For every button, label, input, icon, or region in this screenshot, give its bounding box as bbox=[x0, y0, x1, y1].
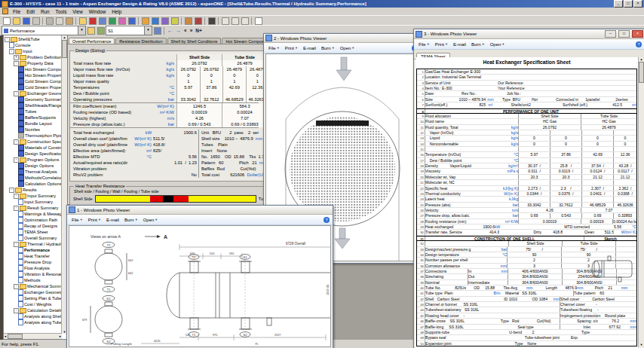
case-selector-combo[interactable]: S1 ▼ bbox=[106, 26, 152, 35]
nav-[interactable]: « bbox=[182, 28, 189, 33]
tree-item-results[interactable]: -Results bbox=[4, 187, 62, 193]
maximize-button[interactable]: □ bbox=[624, 0, 633, 8]
tree-item-materials-of-construc[interactable]: Materials of Construc bbox=[4, 145, 62, 151]
menu-edit[interactable]: Edit bbox=[23, 9, 38, 14]
plot-icon[interactable] bbox=[118, 17, 127, 26]
tree-expander-icon[interactable]: - bbox=[14, 194, 19, 199]
nav-[interactable]: ← bbox=[166, 28, 174, 33]
title-bar[interactable]: 2 - Windows Photo Viewer bbox=[264, 34, 421, 43]
photo-viewer-1-window[interactable]: 1 - Windows Photo Viewer File▼Print▼E-ma… bbox=[66, 205, 333, 348]
tree-item-tubes[interactable]: Tubes bbox=[4, 108, 62, 114]
tree-item-property-data[interactable]: -Property Data bbox=[4, 60, 62, 66]
menu-view[interactable]: View bbox=[69, 9, 86, 14]
tree-item-setting-plan-tubes[interactable]: Setting Plan & Tubes bbox=[4, 295, 62, 301]
tree-expander-icon[interactable]: + bbox=[14, 55, 19, 60]
viewer-menu-open[interactable]: Open▼ bbox=[142, 218, 160, 222]
tab-shell-by-shell-conditions[interactable]: Shell by Shell Conditions bbox=[167, 38, 222, 44]
menu-help[interactable]: Help bbox=[109, 9, 124, 14]
new-icon[interactable] bbox=[2, 17, 11, 26]
tree-expander-icon[interactable]: - bbox=[14, 308, 19, 313]
tree-expander-icon[interactable]: - bbox=[14, 61, 19, 66]
copy-icon[interactable] bbox=[55, 17, 64, 26]
menu-file[interactable]: File bbox=[10, 9, 23, 14]
chevron-down-icon[interactable]: ▼ bbox=[144, 26, 152, 35]
viewer-menu-file[interactable]: File▼ bbox=[417, 42, 431, 47]
mdi-child-icon[interactable] bbox=[2, 8, 8, 14]
tree-item-baffles-supports[interactable]: Baffles/Supports bbox=[4, 114, 62, 121]
tree-expander-icon[interactable]: - bbox=[14, 157, 19, 163]
run-icon[interactable] bbox=[78, 17, 87, 26]
tree-item-vibration-resonan[interactable]: Vibration & Resonan bbox=[4, 271, 62, 277]
tree-item-tema-sheet[interactable]: TEMA Sheet bbox=[4, 229, 62, 235]
help-icon[interactable]: ? bbox=[636, 41, 642, 47]
tree-item-analysis-along-shell[interactable]: Analysis along Shell bbox=[4, 313, 62, 319]
context-help-icon[interactable] bbox=[254, 17, 263, 26]
help-icon[interactable]: ? bbox=[324, 217, 330, 223]
units-icon[interactable] bbox=[170, 17, 179, 26]
tree-item-cold-stream-properti[interactable]: Cold Stream Properti bbox=[4, 84, 62, 90]
tree-item-nozzles[interactable]: Nozzles bbox=[4, 127, 62, 133]
minimize-button[interactable]: _ bbox=[614, 0, 623, 8]
tree-item-calculation-options[interactable]: Calculation Options bbox=[4, 181, 62, 187]
tree-expander-icon[interactable]: - bbox=[14, 139, 19, 145]
zoom-out-icon[interactable] bbox=[231, 17, 240, 26]
tree-expander-icon[interactable]: - bbox=[9, 188, 14, 193]
close-button[interactable]: × bbox=[633, 0, 642, 8]
tree-item-thermal-analysis[interactable]: Thermal Analysis bbox=[4, 169, 62, 175]
save-icon[interactable] bbox=[22, 17, 31, 26]
stop-icon[interactable] bbox=[88, 17, 97, 26]
tree-item-analysis-along-tubes[interactable]: Analysis along Tubes bbox=[4, 319, 62, 325]
viewer-menu-file[interactable]: File▼ bbox=[70, 218, 84, 222]
title-bar[interactable]: 1 - Windows Photo Viewer bbox=[67, 206, 333, 215]
viewer-menu-print[interactable]: Print▼ bbox=[284, 46, 299, 50]
tree-expander-icon[interactable]: - bbox=[14, 242, 19, 247]
tree-item-methods[interactable]: Methods bbox=[4, 277, 62, 283]
sheet-vertical-scrollbar[interactable]: ▲▼ bbox=[638, 57, 644, 347]
viewer-menu-e-mail[interactable]: E-mail bbox=[302, 46, 317, 50]
photo-viewer-3-window[interactable]: 3 - Windows Photo Viewer – □ × File▼Prin… bbox=[413, 29, 644, 348]
tree-item-hot-stream-composit[interactable]: Hot Stream Composit bbox=[4, 66, 62, 72]
tree-item-mechanical-summary[interactable]: -Mechanical Summary bbox=[4, 283, 62, 289]
tree-item-hot-stream-properti[interactable]: Hot Stream Properti bbox=[4, 72, 62, 78]
tree-item-overall-summary[interactable]: Overall Summary bbox=[4, 235, 62, 241]
viewer-menu-e-mail[interactable]: E-mail bbox=[105, 218, 121, 222]
tree-item-program-options[interactable]: -Program Options bbox=[4, 157, 62, 163]
tree-item-bundle-layout[interactable]: Bundle Layout bbox=[4, 121, 62, 127]
tree-horizontal-scrollbar[interactable]: ◄► bbox=[4, 333, 62, 339]
chevron-down-icon[interactable]: ▼ bbox=[78, 26, 85, 35]
menu-run[interactable]: Run bbox=[38, 9, 53, 14]
table-icon[interactable] bbox=[127, 17, 136, 26]
print-icon[interactable] bbox=[32, 17, 41, 26]
tree-item-input-summary[interactable]: -Input Summary bbox=[4, 193, 62, 199]
tree-item-result-summary[interactable]: -Result Summary bbox=[4, 205, 62, 211]
refresh-icon[interactable] bbox=[97, 26, 106, 35]
close-button[interactable]: × bbox=[632, 30, 643, 38]
cut-icon[interactable] bbox=[45, 17, 54, 26]
tree-item-thermal-hydraulic-sum[interactable]: -Thermal / Hydraulic Sum bbox=[4, 241, 62, 247]
tree-item-pressure-drop[interactable]: Pressure Drop bbox=[4, 259, 62, 265]
tree-item-cold-stream-compos[interactable]: Cold Stream Compos bbox=[4, 78, 62, 84]
tree-item-heat-transfer[interactable]: Heat Transfer bbox=[4, 253, 62, 259]
tree-item-performance[interactable]: Performance bbox=[4, 247, 62, 253]
paste-icon[interactable] bbox=[65, 17, 74, 26]
tree-item-input-summary[interactable]: Input Summary bbox=[4, 199, 62, 205]
tree-item-exchanger-geometry[interactable]: Exchanger Geometry bbox=[4, 289, 62, 295]
tree-item-methods-correlation[interactable]: Methods/Correlation bbox=[4, 175, 62, 181]
nav-n[interactable]: N+ bbox=[194, 28, 204, 33]
tree-item-warnings-message[interactable]: Warnings & Message bbox=[4, 211, 62, 217]
open-icon[interactable] bbox=[12, 17, 21, 26]
viewer-menu-burn[interactable]: Burn▼ bbox=[123, 218, 140, 222]
tree-item-cost-weights[interactable]: Cost / Weights bbox=[4, 301, 62, 307]
zoom-fit-icon[interactable] bbox=[241, 17, 250, 26]
nav-[interactable]: » bbox=[189, 28, 195, 33]
tree-item-construction-specificatio[interactable]: -Construction Specificatio bbox=[4, 139, 62, 145]
tree-item-recap-of-designs[interactable]: Recap of Designs bbox=[4, 223, 62, 229]
tree-expander-icon[interactable]: - bbox=[5, 37, 10, 42]
tree-item-input[interactable]: -Input bbox=[4, 48, 62, 54]
tree-item-shell-heads-flange[interactable]: Shell/Heads/Flange bbox=[4, 102, 62, 108]
tree-item-shell-tube[interactable]: -Shell&Tube bbox=[4, 36, 62, 42]
tree-item-optimization-path[interactable]: Optimization Path bbox=[4, 217, 62, 223]
results-navigator-icon[interactable] bbox=[108, 17, 117, 26]
minimize-button[interactable]: – bbox=[605, 30, 616, 38]
tree-item-thermosiphon-piping[interactable]: Thermosiphon Piping bbox=[4, 133, 62, 139]
